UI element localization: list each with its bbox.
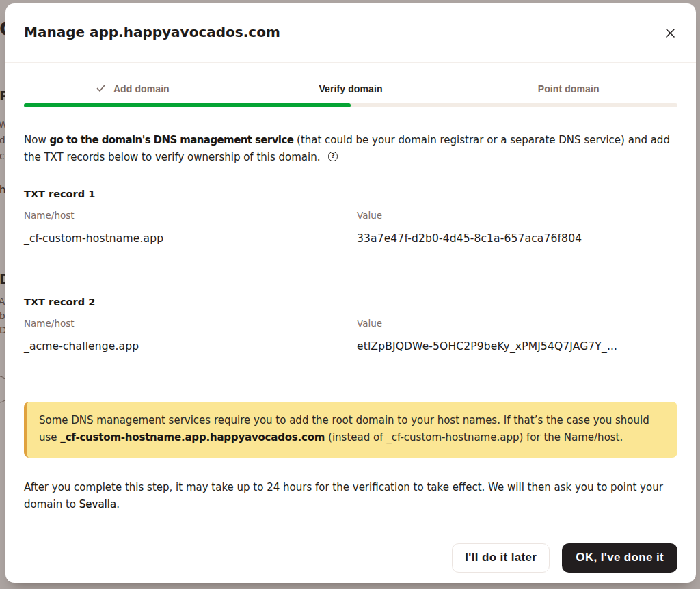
record-grid: Name/host Value _acme-challenge.app etlZ… xyxy=(24,307,677,353)
step-label: Point domain xyxy=(538,83,600,94)
manage-domain-dialog: Manage app.happyavocados.com Add domain … xyxy=(5,3,696,583)
dialog-header: Manage app.happyavocados.com xyxy=(5,3,696,62)
step-verify-domain: Verify domain xyxy=(242,83,460,94)
after-note: After you complete this step, it may tak… xyxy=(24,479,677,513)
header-divider xyxy=(5,62,696,63)
record-name: _cf-custom-hostname.app xyxy=(24,232,357,245)
value-label: Value xyxy=(357,318,677,329)
txt-record-2: TXT record 2 Name/host Value _acme-chall… xyxy=(24,297,677,353)
step-add-domain: Add domain xyxy=(24,83,242,94)
intro-text: Now go to the domain's DNS management se… xyxy=(24,132,677,166)
dialog-body: Now go to the domain's DNS management se… xyxy=(5,132,696,513)
step-label: Add domain xyxy=(113,83,170,94)
record-value: 33a7e47f-d2b0-4d45-8c1a-657aca76f804 xyxy=(357,232,677,245)
record-heading: TXT record 2 xyxy=(24,297,677,307)
progress-bar-track xyxy=(24,103,677,107)
step-label: Verify domain xyxy=(319,83,382,94)
close-button[interactable] xyxy=(660,23,679,42)
record-heading: TXT record 1 xyxy=(24,189,677,200)
later-button[interactable]: I'll do it later xyxy=(452,543,550,573)
step-point-domain: Point domain xyxy=(459,83,677,94)
dialog-title: Manage app.happyavocados.com xyxy=(24,24,280,40)
txt-record-1: TXT record 1 Name/host Value _cf-custom-… xyxy=(24,189,677,245)
value-label: Value xyxy=(357,210,677,221)
done-button[interactable]: OK, I've done it xyxy=(562,543,677,573)
brand-name: Sevalla xyxy=(79,498,116,510)
dialog-footer: I'll do it later OK, I've done it xyxy=(5,532,696,583)
progress-bar-fill xyxy=(24,103,351,107)
record-grid: Name/host Value _cf-custom-hostname.app … xyxy=(24,200,677,245)
close-icon xyxy=(665,28,675,38)
help-icon[interactable]: ? xyxy=(328,152,338,161)
warning-callout: Some DNS management services require you… xyxy=(24,402,677,458)
stepper: Add domain Verify domain Point domain xyxy=(24,83,677,94)
record-value: etlZpBJQDWe-5OHC2P9beKy_xPMJ54Q7JAG7Y_..… xyxy=(357,340,677,353)
record-name: _acme-challenge.app xyxy=(24,340,357,353)
name-host-label: Name/host xyxy=(24,210,357,221)
check-icon xyxy=(96,85,105,92)
name-host-label: Name/host xyxy=(24,318,357,329)
